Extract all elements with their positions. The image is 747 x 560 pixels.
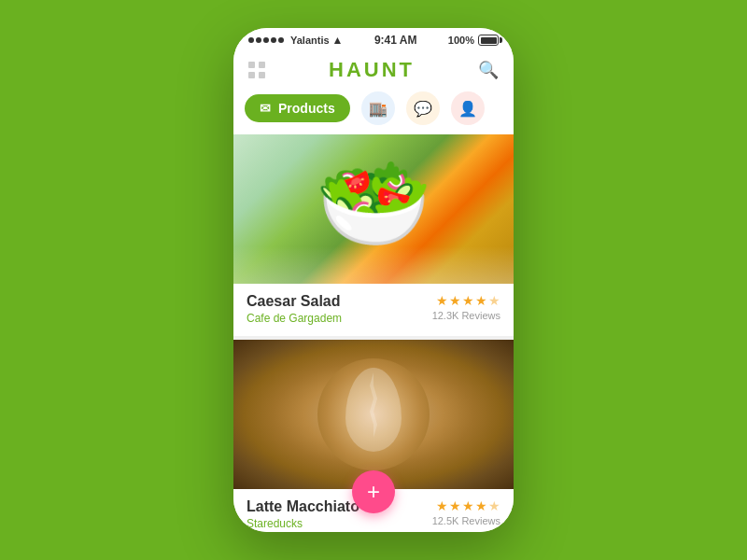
- status-time: 9:41 AM: [374, 34, 417, 47]
- latte-star-4: ★: [475, 498, 487, 513]
- latte-macchiato-stars: ★ ★ ★ ★ ★: [436, 498, 500, 513]
- star-3: ★: [462, 293, 474, 308]
- products-tab-icon: ✉: [260, 101, 271, 116]
- wifi-icon: ▲: [332, 34, 344, 47]
- caesar-salad-restaurant: Cafe de Gargadem: [247, 312, 342, 325]
- latte-star-3: ★: [462, 498, 474, 513]
- tab-profile[interactable]: 👤: [451, 91, 485, 125]
- latte-macchiato-reviews: 12.5K Reviews: [432, 515, 500, 526]
- caesar-salad-image: [233, 134, 514, 284]
- profile-tab-icon: 👤: [458, 100, 477, 118]
- battery-percent: 100%: [448, 35, 474, 46]
- product-list[interactable]: Caesar Salad Cafe de Gargadem ★ ★ ★ ★ ★ …: [233, 134, 514, 532]
- latte-macchiato-title: Latte Macchiato: [247, 498, 359, 515]
- nav-tabs: ✉ Products 🏬 💬 👤: [233, 91, 514, 134]
- latte-macchiato-text: Latte Macchiato Stareducks: [247, 498, 359, 530]
- signal-dot-3: [263, 37, 269, 43]
- tab-store[interactable]: 🏬: [361, 91, 395, 125]
- signal-dot-4: [271, 37, 276, 43]
- carrier-label: Yalantis: [290, 35, 330, 46]
- latte-star-5: ★: [488, 498, 500, 513]
- star-1: ★: [436, 293, 448, 308]
- battery-fill: [481, 37, 497, 44]
- signal-dots: [248, 37, 284, 43]
- status-right: 100%: [448, 35, 499, 46]
- caesar-salad-rating: ★ ★ ★ ★ ★ 12.3K Reviews: [432, 293, 500, 321]
- chat-tab-icon: 💬: [414, 100, 432, 118]
- latte-star-2: ★: [449, 498, 461, 513]
- products-tab-label: Products: [278, 101, 335, 116]
- caesar-salad-stars: ★ ★ ★ ★ ★: [436, 293, 500, 308]
- grid-menu-icon[interactable]: [248, 62, 265, 78]
- star-4: ★: [475, 293, 487, 308]
- store-tab-icon: 🏬: [369, 100, 388, 118]
- phone-frame: Yalantis ▲ 9:41 AM 100% HAUNT 🔍 ✉ Produc…: [233, 28, 514, 532]
- signal-dot-2: [256, 37, 261, 43]
- latte-macchiato-restaurant: Stareducks: [247, 517, 359, 530]
- latte-macchiato-rating: ★ ★ ★ ★ ★ 12.5K Reviews: [432, 498, 500, 526]
- add-product-fab[interactable]: +: [352, 470, 395, 513]
- caesar-salad-reviews: 12.3K Reviews: [432, 310, 500, 321]
- latte-art: [317, 358, 430, 470]
- status-bar: Yalantis ▲ 9:41 AM 100%: [233, 28, 514, 50]
- tab-products[interactable]: ✉ Products: [245, 94, 350, 122]
- app-header: HAUNT 🔍: [233, 50, 514, 91]
- battery-icon: [478, 35, 499, 46]
- tab-chat[interactable]: 💬: [406, 91, 440, 125]
- search-icon[interactable]: 🔍: [478, 60, 499, 80]
- caesar-salad-title: Caesar Salad: [247, 293, 342, 310]
- star-5: ★: [488, 293, 500, 308]
- signal-dot-5: [278, 37, 284, 43]
- latte-star-1: ★: [436, 498, 448, 513]
- signal-dot-1: [248, 37, 254, 43]
- status-left: Yalantis ▲: [248, 34, 343, 47]
- latte-macchiato-image: [233, 340, 514, 489]
- caesar-salad-text: Caesar Salad Cafe de Gargadem: [247, 293, 342, 325]
- product-card-caesar-salad[interactable]: Caesar Salad Cafe de Gargadem ★ ★ ★ ★ ★ …: [233, 134, 514, 336]
- caesar-salad-info: Caesar Salad Cafe de Gargadem ★ ★ ★ ★ ★ …: [233, 284, 514, 336]
- app-title: HAUNT: [329, 58, 415, 82]
- star-2: ★: [449, 293, 461, 308]
